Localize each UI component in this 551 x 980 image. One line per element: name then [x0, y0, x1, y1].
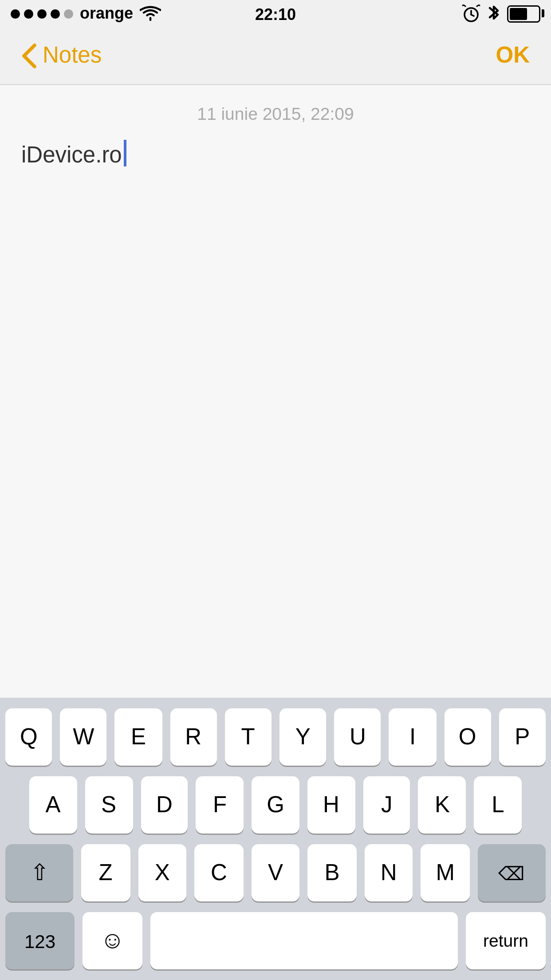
text-cursor: [123, 140, 126, 166]
key-t[interactable]: T: [224, 708, 272, 766]
key-m[interactable]: M: [421, 844, 470, 901]
status-right: [462, 4, 540, 23]
alarm-icon: [462, 4, 480, 23]
key-n[interactable]: N: [364, 844, 413, 901]
key-y[interactable]: Y: [279, 708, 327, 766]
key-b[interactable]: B: [308, 844, 357, 901]
status-time: 22:10: [255, 5, 296, 24]
key-p[interactable]: P: [499, 708, 546, 766]
keyboard-row-1: Q W E R T Y U I O P: [5, 708, 546, 766]
ok-button[interactable]: OK: [496, 42, 530, 69]
note-date: 11 iunie 2015, 22:09: [21, 99, 530, 124]
shift-key[interactable]: ⇧: [5, 844, 73, 901]
key-u[interactable]: U: [335, 708, 382, 766]
key-x[interactable]: X: [138, 844, 187, 901]
carrier-name: orange: [80, 4, 133, 23]
key-o[interactable]: O: [444, 708, 491, 766]
signal-dot-2: [24, 9, 33, 18]
key-v[interactable]: V: [251, 844, 300, 901]
svg-line-2: [471, 15, 474, 16]
emoji-key[interactable]: ☺: [83, 912, 142, 969]
key-j[interactable]: J: [363, 776, 410, 834]
navigation-bar: Notes OK: [0, 27, 551, 85]
battery-icon: [507, 5, 540, 22]
key-d[interactable]: D: [141, 776, 188, 834]
signal-dot-5: [64, 9, 73, 18]
bluetooth-icon: [487, 4, 500, 23]
note-text-area: iDevice.ro: [21, 140, 530, 171]
signal-dot-3: [37, 9, 47, 18]
chevron-left-icon: [21, 42, 37, 69]
key-h[interactable]: H: [307, 776, 355, 834]
status-left: orange: [11, 4, 161, 23]
keyboard-row-4: 123 ☺ return: [5, 912, 546, 969]
key-w[interactable]: W: [60, 708, 107, 766]
signal-dots: [11, 9, 73, 18]
key-c[interactable]: C: [195, 844, 244, 901]
keyboard-row-3: ⇧ Z X C V B N M ⌫: [5, 844, 546, 901]
key-e[interactable]: E: [115, 708, 162, 766]
delete-key[interactable]: ⌫: [478, 844, 546, 901]
back-button[interactable]: Notes: [21, 42, 102, 69]
app-screen: orange 22:10: [0, 0, 551, 980]
status-bar: orange 22:10: [0, 0, 551, 27]
numbers-key[interactable]: 123: [5, 912, 75, 969]
signal-dot-1: [11, 9, 20, 18]
key-r[interactable]: R: [170, 708, 217, 766]
return-key[interactable]: return: [466, 912, 546, 969]
key-a[interactable]: A: [29, 776, 77, 834]
signal-dot-4: [51, 9, 60, 18]
space-key[interactable]: [150, 912, 458, 969]
note-text: iDevice.ro: [21, 140, 122, 171]
keyboard-row-2: A S D F G H J K L: [5, 776, 546, 834]
key-g[interactable]: G: [252, 776, 299, 834]
wifi-icon: [140, 5, 161, 21]
key-i[interactable]: I: [389, 708, 436, 766]
key-l[interactable]: L: [474, 776, 522, 834]
key-f[interactable]: F: [196, 776, 244, 834]
key-k[interactable]: K: [418, 776, 466, 834]
key-q[interactable]: Q: [5, 708, 52, 766]
key-s[interactable]: S: [85, 776, 132, 834]
keyboard: Q W E R T Y U I O P A S D F G H J K L ⇧ …: [0, 698, 551, 980]
key-z[interactable]: Z: [81, 844, 130, 901]
back-label: Notes: [43, 42, 102, 69]
battery-fill: [510, 8, 527, 20]
